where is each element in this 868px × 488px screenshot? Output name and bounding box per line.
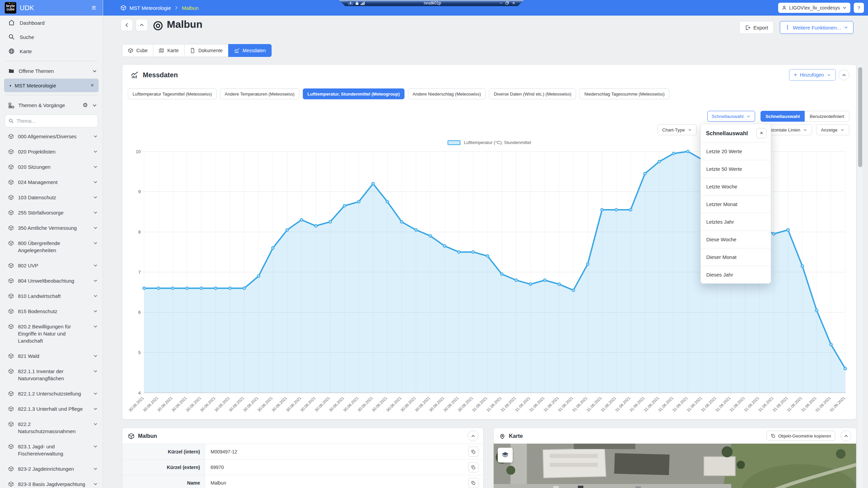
breadcrumb: MST Meteorologie Malbun <box>120 5 198 11</box>
measurement-series-chip[interactable]: Niederschlag Tagessumme (Meteoswiss) <box>579 88 669 99</box>
page-scrollbar-thumb[interactable] <box>858 67 862 167</box>
topic-label: 024 Management <box>18 179 89 186</box>
sidebar-topic[interactable]: 820.2 Bewilligungen für Eingriffe in Nat… <box>0 319 103 348</box>
tab-karte[interactable]: Karte <box>153 44 184 57</box>
measurement-series-chip[interactable]: Lufttemperatur, Stundenmittel (Meteogrou… <box>303 88 405 99</box>
satellite-map[interactable] <box>494 444 856 488</box>
mode-schnellauswahl[interactable]: Schnellauswahl <box>761 111 805 122</box>
collapse-map-button[interactable] <box>841 430 851 441</box>
sidebar-topic[interactable]: 000 Allgemeines/Diverses <box>0 129 103 144</box>
collapse-detail-button[interactable] <box>468 430 478 441</box>
minimize-icon[interactable]: – <box>500 1 502 5</box>
open-topics-header[interactable]: Offene Themen <box>0 64 103 78</box>
dropdown-item[interactable]: Letzte 20 Werte <box>701 142 771 160</box>
hamburger-icon[interactable]: ≡ <box>90 3 98 12</box>
sidebar-topic[interactable]: 822.1.1 Inventar der Naturvorrangflächen <box>0 364 103 386</box>
export-button[interactable]: Export <box>739 21 774 34</box>
svg-text:30.08.2021: 30.08.2021 <box>328 396 345 412</box>
sidebar-item-dashboard[interactable]: Dashboard <box>0 16 103 30</box>
dropdown-item[interactable]: Letzte Woche <box>701 178 771 195</box>
topic-label: 822.1.1 Inventar der Naturvorrangflächen <box>18 368 89 382</box>
sidebar-topic[interactable]: 103 Datenschutz <box>0 190 103 205</box>
sidebar-topic[interactable]: 823-2 Jagdeinrichtungen <box>0 461 103 476</box>
sidebar-topic[interactable]: 804 Umweltbeobachtung <box>0 273 103 288</box>
sidebar-item-suche[interactable]: Suche <box>0 30 103 44</box>
more-functions-button[interactable]: ⋮ Weitere Funktionen... <box>780 21 853 34</box>
tab-messdaten[interactable]: Messdaten <box>228 44 272 57</box>
sidebar-topic[interactable]: 800 Übergreifende Angelegenheiten <box>0 236 103 258</box>
chevron-down-icon <box>93 278 98 283</box>
cube-icon <box>8 481 14 487</box>
svg-text:31.08.2021: 31.08.2021 <box>757 396 774 412</box>
dropdown-item[interactable]: Letztes Jahr <box>701 213 771 230</box>
tab-dokumente[interactable]: Dokumente <box>184 44 229 57</box>
gear-icon[interactable]: ⚙ <box>83 102 88 109</box>
dropdown-item[interactable]: Dieser Monat <box>701 248 771 266</box>
copy-button[interactable] <box>468 447 478 457</box>
measurement-series-chip[interactable]: Lufttemperatur Tagesmittel (Meteoswiss) <box>128 88 217 99</box>
page-scrollbar-track[interactable] <box>858 64 863 488</box>
detail-row-value: Malbun <box>205 475 468 488</box>
sidebar-topic[interactable]: 822.1.2 Unterschutzstellung <box>0 386 103 401</box>
detail-title: Malbun <box>138 433 157 439</box>
svg-text:31.08.2021: 31.08.2021 <box>657 396 674 412</box>
svg-text:01.09.2021: 01.09.2021 <box>829 396 846 412</box>
tab-cube[interactable]: Cube <box>122 44 153 57</box>
sidebar-topic[interactable]: 810 Landwirtschaft <box>0 288 103 304</box>
chart-control-button[interactable]: Anzeige <box>816 124 849 135</box>
sidebar-topic[interactable]: 020 Sitzungen <box>0 159 103 175</box>
copy-geometry-button[interactable]: Objekt-Geometrie kopieren <box>767 431 835 441</box>
close-icon[interactable]: × <box>756 128 767 138</box>
sidebar-topic[interactable]: 821 Wald <box>0 348 103 364</box>
sidebar-topic[interactable]: 823.1 Jagd- und Fischereiverwaltung <box>0 439 103 461</box>
collapse-panel-button[interactable] <box>839 69 849 80</box>
sidebar-item-karte[interactable]: Karte <box>0 44 103 58</box>
sidebar-topic[interactable]: 822.2 Naturschutzmassnahmen <box>0 416 103 439</box>
user-menu-button[interactable]: LIGOV\ex_llv_condesys <box>778 3 850 13</box>
sidebar-topic[interactable]: 350 Amtliche Vermessung <box>0 220 103 236</box>
mode-benutzerdefiniert[interactable]: Benutzerdefiniert <box>805 111 849 122</box>
measurement-series-chip[interactable]: Andere Temperaturen (Meteoswiss) <box>220 88 299 99</box>
close-icon[interactable]: × <box>91 82 94 89</box>
help-button[interactable]: ? <box>854 3 864 13</box>
cube-icon <box>8 263 14 268</box>
up-button[interactable] <box>136 19 148 31</box>
topic-label: 020 Projektlisten <box>18 148 89 155</box>
open-topic-mst-meteorologie[interactable]: • MST Meteorologie × <box>4 79 99 92</box>
dropdown-item[interactable]: Diese Woche <box>701 230 771 248</box>
svg-text:31.08.2021: 31.08.2021 <box>729 396 746 412</box>
copy-button[interactable] <box>468 478 478 488</box>
quick-select-dropdown-button[interactable]: Schnellauswahl <box>707 111 755 122</box>
sidebar-topic[interactable]: 815 Bodenschutz <box>0 304 103 319</box>
object-tabs: Cube Karte Dokumente Messdaten <box>122 44 272 57</box>
dropdown-item[interactable]: Letzter Monat <box>701 195 771 213</box>
dropdown-item[interactable]: Letzte 50 Werte <box>701 160 771 178</box>
back-button[interactable] <box>121 19 133 31</box>
themes-header[interactable]: Themen & Vorgänge ⚙ <box>0 98 103 113</box>
sidebar-topic[interactable]: 020 Projektlisten <box>0 144 103 159</box>
measurement-series-chip[interactable]: Diverse Daten (Wind etc.) (Meteoswiss) <box>489 88 576 99</box>
measurement-series-chip[interactable]: Andere Niederschlag (Meteoswiss) <box>408 88 486 99</box>
cube-icon <box>120 5 126 11</box>
sidebar-topic[interactable]: 822.1.3 Unterhalt und Pflege <box>0 401 103 416</box>
sidebar-topic[interactable]: 255 Störfallvorsorge <box>0 205 103 220</box>
sidebar-topic[interactable]: 802 UVP <box>0 258 103 273</box>
sidebar-topic[interactable]: 823-3 Basis Jagdverpachtung 2022 <box>0 476 103 488</box>
layers-button[interactable] <box>498 448 513 463</box>
detail-row-label: Name <box>122 475 205 488</box>
chart-control-button[interactable]: Chart-Type <box>657 124 697 135</box>
copy-button[interactable] <box>468 462 478 472</box>
bullet-icon: • <box>9 83 11 88</box>
topic-label: 020 Sitzungen <box>18 163 89 170</box>
sidebar-topic[interactable]: 024 Management <box>0 175 103 190</box>
restore-icon[interactable] <box>506 1 509 5</box>
close-icon[interactable]: × <box>512 1 515 5</box>
breadcrumb-root[interactable]: MST Meteorologie <box>130 5 171 11</box>
add-button[interactable]: + Hinzufügen <box>789 69 836 81</box>
station-icon <box>153 20 163 31</box>
map-pin-icon <box>499 433 506 440</box>
cube-icon <box>8 210 14 216</box>
pin-icon[interactable] <box>348 1 353 5</box>
dropdown-item[interactable]: Dieses Jahr <box>701 266 771 283</box>
topic-search-input[interactable] <box>17 118 94 124</box>
